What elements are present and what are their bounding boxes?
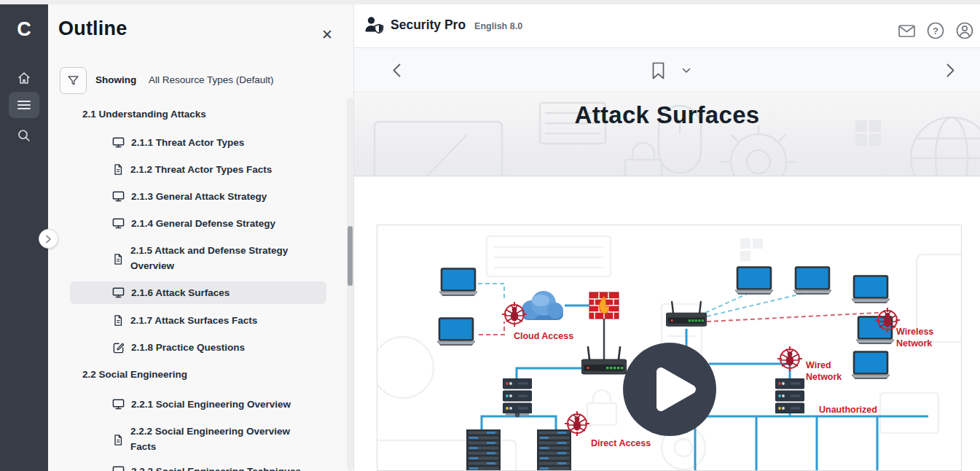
- sidebar-item-search[interactable]: [0, 122, 48, 149]
- bookmark-menu-button[interactable]: [679, 48, 694, 93]
- outline-item-label: 2.1.5 Attack and Defense Strategy Overvi…: [130, 244, 305, 274]
- video-icon: [112, 190, 125, 203]
- cloud-icon: [522, 291, 563, 320]
- mail-icon: [898, 25, 915, 37]
- laptop-icon: [852, 276, 890, 303]
- main-area: Security Pro English 8.0 ?: [354, 4, 980, 471]
- menu-icon: [17, 100, 31, 110]
- outline-item-label: 2.1.2 Threat Actor Types Facts: [130, 163, 305, 178]
- play-icon: [623, 343, 716, 436]
- chevron-down-icon: [682, 68, 691, 74]
- server-rack-icon: [537, 429, 571, 471]
- logo-letter: C: [17, 18, 31, 41]
- outline-item[interactable]: 2.1.5 Attack and Defense Strategy Overvi…: [112, 244, 338, 274]
- filter-button[interactable]: [60, 67, 87, 94]
- chevron-right-icon: [45, 235, 52, 244]
- app-window: C Outline ✕: [0, 0, 980, 471]
- document-icon: [112, 163, 124, 176]
- document-icon: [112, 253, 124, 265]
- outline-item[interactable]: 2.1.8 Practice Questions: [112, 340, 338, 356]
- video-icon: [112, 136, 125, 149]
- funnel-icon: [67, 74, 79, 87]
- laptop-icon: [793, 268, 831, 295]
- edit-icon: [112, 341, 125, 354]
- close-outline-button[interactable]: ✕: [318, 25, 337, 44]
- previous-lesson-button[interactable]: [386, 48, 407, 93]
- help-button[interactable]: ?: [924, 19, 947, 42]
- next-lesson-button[interactable]: [940, 48, 960, 93]
- lesson-title: Attack Surfaces: [354, 101, 980, 129]
- diagram-label-wired-1: Wired: [806, 360, 831, 370]
- firewall-icon: [589, 292, 619, 319]
- server-stack-icon: [775, 378, 804, 413]
- help-glyph: ?: [933, 26, 938, 36]
- person-shield-icon: [364, 16, 385, 34]
- video-icon: [112, 217, 125, 230]
- outline-item[interactable]: 2.2.2 Social Engineering Overview Facts: [112, 424, 338, 455]
- outline-item-label: 2.2.2 Social Engineering Overview Facts: [130, 424, 305, 455]
- diagram-label-cloud-access: Cloud Access: [514, 331, 573, 341]
- account-icon: [956, 22, 973, 39]
- outline-item-active[interactable]: 2.1.6 Attack Surfaces: [70, 281, 326, 304]
- outline-item-label: 2.1.1 Threat Actor Types: [131, 136, 306, 151]
- video-player[interactable]: Cloud Access Direct Access Wired Network…: [377, 225, 962, 471]
- chevron-right-icon: [946, 63, 954, 77]
- bookmark-icon: [652, 62, 665, 79]
- help-icon: ?: [927, 22, 944, 39]
- outline-item-label: 2.2.3 Social Engineering Techniques: [131, 464, 306, 471]
- outline-item-label: 2.1.4 General Defense Strategy: [131, 217, 306, 232]
- outline-item-label: 2.2.1 Social Engineering Overview: [131, 397, 306, 413]
- server-stack-icon: [503, 378, 532, 413]
- access-point-icon: [666, 302, 707, 326]
- outline-item[interactable]: 2.1.2 Threat Actor Types Facts: [112, 163, 338, 178]
- outline-item-label: 2.1.8 Practice Questions: [131, 340, 306, 356]
- lesson-content: Cloud Access Direct Access Wired Network…: [354, 176, 980, 471]
- outline-item[interactable]: 2.2.3 Social Engineering Techniques: [112, 464, 338, 471]
- outline-panel: Outline ✕ Showing All Resource Types (De…: [48, 4, 354, 471]
- diagram-label-wireless-1: Wireless: [896, 327, 933, 337]
- diagram-label-direct-access: Direct Access: [591, 438, 651, 448]
- outline-item[interactable]: 2.2.1 Social Engineering Overview: [112, 397, 338, 413]
- video-icon: [112, 398, 125, 410]
- outline-item[interactable]: 2.1.7 Attack Surfaces Facts: [112, 314, 338, 329]
- chevron-left-icon: [393, 63, 401, 77]
- diagram-label-wired-2: Network: [806, 372, 842, 382]
- panel-title: Outline: [58, 17, 127, 40]
- sidebar-item-home[interactable]: [0, 65, 48, 91]
- laptop-icon: [439, 269, 477, 296]
- course-header: Security Pro English 8.0 ?: [354, 4, 980, 48]
- play-button[interactable]: [623, 343, 716, 436]
- laptop-icon: [437, 319, 475, 346]
- outline-scrollbar-track: [347, 98, 353, 471]
- server-rack-icon: [466, 429, 501, 471]
- course-title: Security Pro: [391, 17, 466, 33]
- outline-item[interactable]: 2.1.1 Threat Actor Types: [112, 136, 338, 151]
- sidebar-item-outline[interactable]: [0, 92, 48, 118]
- lesson-navbar: [354, 48, 980, 93]
- laptop-icon: [852, 352, 890, 379]
- video-icon: [112, 465, 125, 471]
- messages-button[interactable]: [895, 19, 918, 42]
- diagram-label-unauthorized: Unauthorized: [819, 405, 877, 415]
- home-icon: [17, 71, 31, 85]
- outline-section-header: 2.1 Understanding Attacks: [82, 109, 323, 120]
- app-logo[interactable]: C: [0, 13, 48, 45]
- outline-item[interactable]: 2.1.4 General Defense Strategy: [112, 217, 338, 232]
- document-icon: [112, 434, 124, 446]
- outline-item-label: 2.1.6 Attack Surfaces: [131, 287, 230, 298]
- outline-item-label: 2.1.3 General Attack Strategy: [131, 190, 306, 205]
- filter-showing-label: Showing: [95, 74, 136, 85]
- search-icon: [17, 128, 31, 143]
- diagram-label-wireless-2: Network: [896, 338, 932, 349]
- bookmark-button[interactable]: [648, 48, 667, 93]
- lesson-banner: Attack Surfaces: [354, 93, 980, 176]
- panel-expand-button[interactable]: [39, 229, 58, 249]
- account-button[interactable]: [953, 19, 976, 42]
- outline-item-label: 2.1.7 Attack Surfaces Facts: [130, 314, 305, 329]
- outline-section-header: 2.2 Social Engineering: [82, 369, 323, 380]
- close-icon: ✕: [321, 26, 333, 43]
- outline-item[interactable]: 2.1.3 General Attack Strategy: [112, 190, 338, 205]
- video-icon: [112, 287, 125, 299]
- document-icon: [112, 314, 124, 327]
- outline-scrollbar-thumb[interactable]: [348, 226, 353, 286]
